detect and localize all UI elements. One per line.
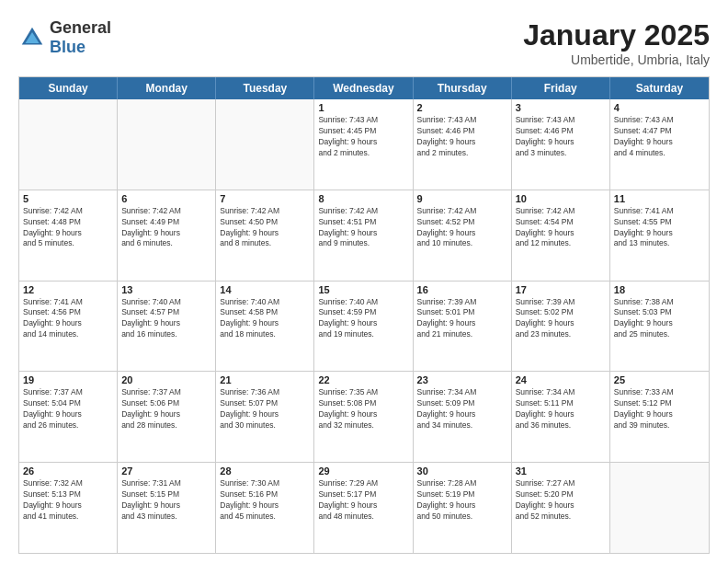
day-cell: 5Sunrise: 7:42 AM Sunset: 4:48 PM Daylig… (19, 190, 118, 281)
day-info: Sunrise: 7:43 AM Sunset: 4:46 PM Dayligh… (417, 115, 507, 159)
day-info: Sunrise: 7:39 AM Sunset: 5:02 PM Dayligh… (516, 297, 606, 341)
page: General Blue January 2025 Umbertide, Umb… (0, 0, 728, 563)
day-number: 24 (516, 374, 606, 385)
day-cell: 18Sunrise: 7:38 AM Sunset: 5:03 PM Dayli… (610, 282, 709, 372)
day-cell: 26Sunrise: 7:32 AM Sunset: 5:13 PM Dayli… (19, 463, 118, 553)
day-info: Sunrise: 7:40 AM Sunset: 4:59 PM Dayligh… (318, 297, 408, 341)
day-info: Sunrise: 7:35 AM Sunset: 5:08 PM Dayligh… (318, 387, 408, 431)
day-info: Sunrise: 7:42 AM Sunset: 4:54 PM Dayligh… (516, 206, 606, 250)
day-cell: 3Sunrise: 7:43 AM Sunset: 4:46 PM Daylig… (512, 99, 610, 190)
week-row-2: 12Sunrise: 7:41 AM Sunset: 4:56 PM Dayli… (19, 282, 709, 373)
day-header-wednesday: Wednesday (314, 77, 413, 99)
day-info: Sunrise: 7:27 AM Sunset: 5:20 PM Dayligh… (516, 478, 606, 523)
day-number: 23 (417, 374, 507, 385)
day-info: Sunrise: 7:39 AM Sunset: 5:01 PM Dayligh… (417, 297, 507, 341)
day-cell: 17Sunrise: 7:39 AM Sunset: 5:02 PM Dayli… (512, 282, 610, 372)
logo: General Blue (18, 18, 111, 57)
day-number: 1 (318, 102, 408, 113)
day-cell (216, 99, 314, 190)
day-cell: 20Sunrise: 7:37 AM Sunset: 5:06 PM Dayli… (118, 372, 216, 462)
day-header-thursday: Thursday (414, 77, 512, 99)
day-number: 17 (516, 284, 606, 295)
day-info: Sunrise: 7:41 AM Sunset: 4:55 PM Dayligh… (614, 206, 705, 250)
day-info: Sunrise: 7:40 AM Sunset: 4:58 PM Dayligh… (220, 297, 310, 341)
day-info: Sunrise: 7:42 AM Sunset: 4:51 PM Dayligh… (318, 206, 408, 250)
day-number: 15 (318, 284, 408, 295)
day-cell: 14Sunrise: 7:40 AM Sunset: 4:58 PM Dayli… (216, 282, 314, 372)
day-info: Sunrise: 7:43 AM Sunset: 4:47 PM Dayligh… (614, 115, 705, 159)
day-info: Sunrise: 7:34 AM Sunset: 5:11 PM Dayligh… (516, 387, 606, 431)
day-info: Sunrise: 7:42 AM Sunset: 4:52 PM Dayligh… (417, 206, 507, 250)
day-cell (118, 99, 216, 190)
day-info: Sunrise: 7:32 AM Sunset: 5:13 PM Dayligh… (23, 478, 113, 523)
calendar: SundayMondayTuesdayWednesdayThursdayFrid… (18, 76, 710, 554)
day-number: 7 (220, 193, 310, 204)
day-info: Sunrise: 7:36 AM Sunset: 5:07 PM Dayligh… (220, 387, 310, 431)
day-info: Sunrise: 7:41 AM Sunset: 4:56 PM Dayligh… (23, 297, 113, 341)
day-cell: 4Sunrise: 7:43 AM Sunset: 4:47 PM Daylig… (610, 99, 709, 190)
day-headers: SundayMondayTuesdayWednesdayThursdayFrid… (19, 77, 709, 99)
day-cell: 24Sunrise: 7:34 AM Sunset: 5:11 PM Dayli… (512, 372, 610, 462)
day-cell: 8Sunrise: 7:42 AM Sunset: 4:51 PM Daylig… (314, 190, 413, 281)
day-info: Sunrise: 7:34 AM Sunset: 5:09 PM Dayligh… (417, 387, 507, 431)
day-number: 19 (23, 374, 113, 385)
day-info: Sunrise: 7:38 AM Sunset: 5:03 PM Dayligh… (614, 297, 705, 341)
day-cell: 11Sunrise: 7:41 AM Sunset: 4:55 PM Dayli… (610, 190, 709, 281)
day-number: 12 (23, 284, 113, 295)
title-block: January 2025 Umbertide, Umbria, Italy (523, 18, 710, 67)
day-cell (610, 463, 709, 553)
day-number: 5 (23, 193, 113, 204)
week-row-1: 5Sunrise: 7:42 AM Sunset: 4:48 PM Daylig… (19, 190, 709, 282)
month-title: January 2025 (523, 18, 710, 52)
day-cell: 15Sunrise: 7:40 AM Sunset: 4:59 PM Dayli… (314, 282, 413, 372)
day-cell: 23Sunrise: 7:34 AM Sunset: 5:09 PM Dayli… (414, 372, 512, 462)
day-header-sunday: Sunday (19, 77, 118, 99)
day-number: 9 (417, 193, 507, 204)
logo-text: General Blue (50, 18, 111, 57)
day-cell: 6Sunrise: 7:42 AM Sunset: 4:49 PM Daylig… (118, 190, 216, 281)
day-info: Sunrise: 7:33 AM Sunset: 5:12 PM Dayligh… (614, 387, 705, 431)
day-cell: 22Sunrise: 7:35 AM Sunset: 5:08 PM Dayli… (314, 372, 413, 462)
day-number: 28 (220, 465, 310, 477)
week-row-4: 26Sunrise: 7:32 AM Sunset: 5:13 PM Dayli… (19, 463, 709, 553)
day-info: Sunrise: 7:42 AM Sunset: 4:48 PM Dayligh… (23, 206, 113, 250)
day-number: 10 (516, 193, 606, 204)
day-number: 27 (121, 465, 211, 477)
day-number: 2 (417, 102, 507, 113)
day-number: 25 (614, 374, 705, 385)
day-cell: 13Sunrise: 7:40 AM Sunset: 4:57 PM Dayli… (118, 282, 216, 372)
logo-blue: Blue (50, 38, 111, 57)
day-number: 14 (220, 284, 310, 295)
day-number: 13 (121, 284, 211, 295)
day-info: Sunrise: 7:43 AM Sunset: 4:46 PM Dayligh… (516, 115, 606, 159)
day-number: 8 (318, 193, 408, 204)
day-number: 22 (318, 374, 408, 385)
day-info: Sunrise: 7:42 AM Sunset: 4:49 PM Dayligh… (121, 206, 211, 250)
day-cell (19, 99, 118, 190)
day-number: 31 (516, 465, 606, 477)
day-number: 16 (417, 284, 507, 295)
day-cell: 12Sunrise: 7:41 AM Sunset: 4:56 PM Dayli… (19, 282, 118, 372)
day-number: 3 (516, 102, 606, 113)
day-header-tuesday: Tuesday (216, 77, 314, 99)
day-cell: 1Sunrise: 7:43 AM Sunset: 4:45 PM Daylig… (314, 99, 413, 190)
day-info: Sunrise: 7:29 AM Sunset: 5:17 PM Dayligh… (318, 478, 408, 523)
day-cell: 7Sunrise: 7:42 AM Sunset: 4:50 PM Daylig… (216, 190, 314, 281)
day-info: Sunrise: 7:37 AM Sunset: 5:04 PM Dayligh… (23, 387, 113, 431)
day-number: 18 (614, 284, 705, 295)
day-number: 21 (220, 374, 310, 385)
day-number: 4 (614, 102, 705, 113)
day-info: Sunrise: 7:28 AM Sunset: 5:19 PM Dayligh… (417, 478, 507, 523)
day-number: 26 (23, 465, 113, 477)
day-info: Sunrise: 7:40 AM Sunset: 4:57 PM Dayligh… (121, 297, 211, 341)
day-number: 30 (417, 465, 507, 477)
day-cell: 30Sunrise: 7:28 AM Sunset: 5:19 PM Dayli… (414, 463, 512, 553)
day-number: 29 (318, 465, 408, 477)
day-cell: 27Sunrise: 7:31 AM Sunset: 5:15 PM Dayli… (118, 463, 216, 553)
day-header-friday: Friday (512, 77, 610, 99)
day-cell: 19Sunrise: 7:37 AM Sunset: 5:04 PM Dayli… (19, 372, 118, 462)
day-info: Sunrise: 7:37 AM Sunset: 5:06 PM Dayligh… (121, 387, 211, 431)
day-cell: 29Sunrise: 7:29 AM Sunset: 5:17 PM Dayli… (314, 463, 413, 553)
day-info: Sunrise: 7:43 AM Sunset: 4:45 PM Dayligh… (318, 115, 408, 159)
day-cell: 10Sunrise: 7:42 AM Sunset: 4:54 PM Dayli… (512, 190, 610, 281)
